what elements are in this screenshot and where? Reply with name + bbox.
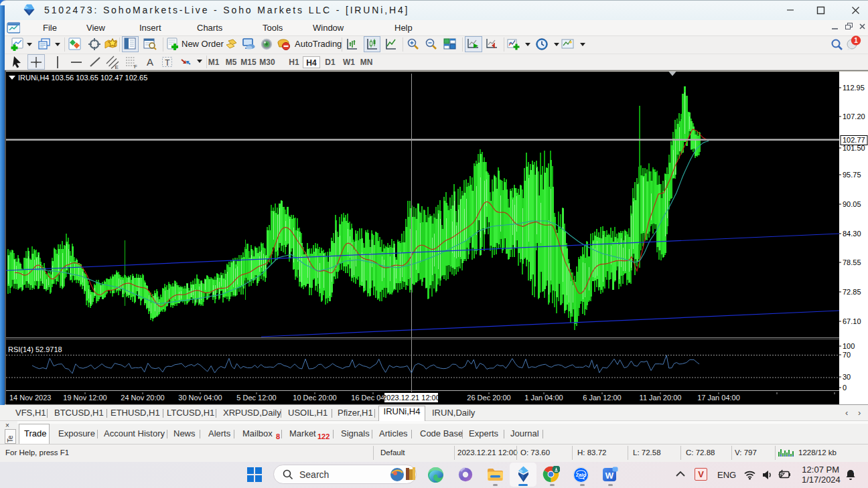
svg-text:100: 100 <box>843 342 855 350</box>
svg-text:84.30: 84.30 <box>843 230 861 238</box>
svg-text:Zalo: Zalo <box>576 472 587 478</box>
svg-text:17 Jan 04:00: 17 Jan 04:00 <box>697 394 740 402</box>
svg-text:78.55: 78.55 <box>843 258 861 266</box>
svg-text:E: E <box>115 64 119 70</box>
svg-text:5 Dec 12:00: 5 Dec 12:00 <box>236 394 276 402</box>
svg-text:19 Nov 12:00: 19 Nov 12:00 <box>63 394 106 402</box>
svg-text:2023.12.21 12:00: 2023.12.21 12:00 <box>382 394 440 402</box>
svg-text:30: 30 <box>843 373 851 381</box>
svg-text:72.85: 72.85 <box>843 288 861 296</box>
svg-text:70: 70 <box>843 351 851 359</box>
svg-text:IRUNi,H4 103.56 103.65 102.47: IRUNi,H4 103.56 103.65 102.47 102.65 <box>18 74 147 82</box>
svg-text:6 Jan 12:00: 6 Jan 12:00 <box>583 394 622 402</box>
svg-text:T: T <box>165 58 170 68</box>
svg-text:W: W <box>605 471 614 481</box>
svg-text:0: 0 <box>843 384 847 392</box>
svg-text:24 Nov 20:00: 24 Nov 20:00 <box>121 394 164 402</box>
svg-text:30 Nov 04:00: 30 Nov 04:00 <box>178 394 222 402</box>
svg-text:107.20: 107.20 <box>843 112 865 120</box>
svg-text:14 Nov 2023: 14 Nov 2023 <box>9 394 51 402</box>
svg-text:90.05: 90.05 <box>843 200 861 208</box>
svg-text:26 Dec 20:00: 26 Dec 20:00 <box>467 394 510 402</box>
svg-text:95.75: 95.75 <box>843 171 861 179</box>
svg-text:z: z <box>853 469 855 473</box>
svg-text:102.77: 102.77 <box>843 136 865 144</box>
svg-text:112.95: 112.95 <box>843 84 865 92</box>
svg-text:10 Dec 20:00: 10 Dec 20:00 <box>293 394 336 402</box>
svg-text:F: F <box>134 64 137 69</box>
svg-text:11 Jan 20:00: 11 Jan 20:00 <box>640 394 682 402</box>
svg-text:RSI(14) 52.9718: RSI(14) 52.9718 <box>8 345 62 353</box>
svg-text:67.10: 67.10 <box>843 317 861 325</box>
svg-text:A: A <box>147 56 153 68</box>
svg-text:1: 1 <box>854 37 858 44</box>
svg-text:1 Jan 04:00: 1 Jan 04:00 <box>524 394 563 402</box>
